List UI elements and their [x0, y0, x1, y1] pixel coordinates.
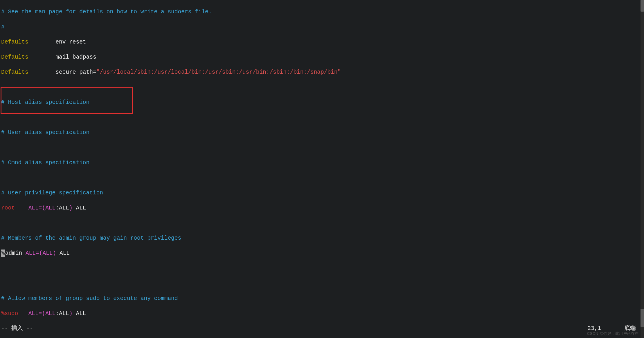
scrollbar-track[interactable] [641, 0, 644, 338]
code-line: # Allow members of group sudo to execute… [1, 295, 643, 302]
blank-line [1, 114, 643, 121]
code-line: Defaults env_reset [1, 38, 643, 46]
code-line: # Members of the admin group may gain ro… [1, 234, 643, 242]
status-bar: -- 插入 -- 23,1 底端 [0, 325, 644, 332]
code-line: # User privilege specification [1, 189, 643, 197]
code-line: Defaults mail_badpass [1, 53, 643, 61]
blank-line [1, 219, 643, 227]
editor-area[interactable]: # See the man page for details on how to… [0, 0, 644, 338]
blank-line [1, 144, 643, 151]
blank-line [1, 174, 643, 182]
blank-line [1, 84, 643, 91]
scroll-thumb-bottom[interactable] [641, 309, 644, 327]
vim-mode-indicator: -- 插入 -- [1, 325, 33, 332]
code-line: Defaults secure_path="/usr/local/sbin:/u… [1, 68, 643, 76]
code-line: # User alias specification [1, 129, 643, 136]
code-line: # [1, 23, 643, 31]
code-line-sudo: %sudo ALL=(ALL:ALL) ALL [1, 310, 643, 317]
cursor-position: 23,1 [587, 325, 601, 332]
code-line-root: root ALL=(ALL:ALL) ALL [1, 204, 643, 212]
scroll-thumb-top[interactable] [641, 0, 644, 12]
blank-line [1, 265, 643, 272]
code-line: # Host alias specification [1, 99, 643, 106]
blank-line [1, 280, 643, 287]
code-line: # Cmnd alias specification [1, 159, 643, 167]
scroll-indicator: 底端 [624, 325, 636, 332]
percent-icon: % [1, 250, 5, 257]
code-line-admin: %admin ALL=(ALL) ALL [1, 250, 643, 257]
code-line: # See the man page for details on how to… [1, 8, 643, 16]
